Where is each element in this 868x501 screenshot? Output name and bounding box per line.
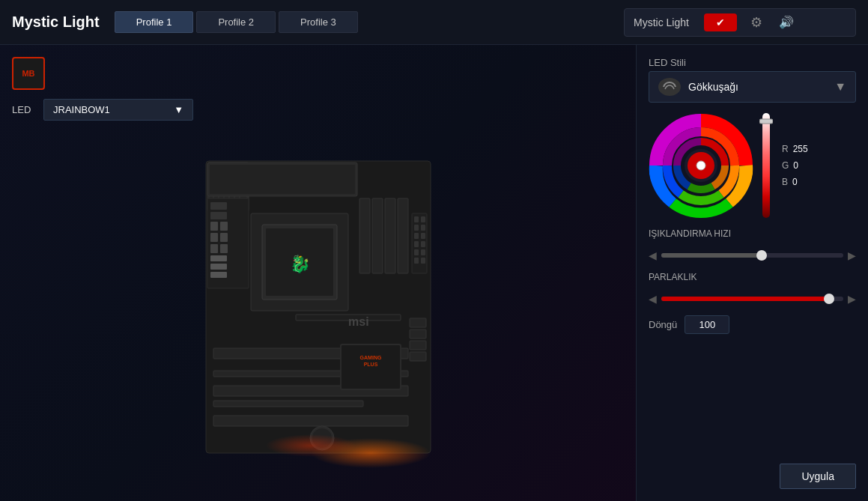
- svg-rect-51: [414, 225, 419, 231]
- color-wheel-row: R 255 G 0 B 0: [649, 113, 856, 218]
- svg-rect-6: [372, 198, 383, 273]
- app-title: Mystic Light: [12, 13, 100, 31]
- svg-rect-57: [414, 249, 419, 255]
- svg-rect-42: [210, 264, 227, 270]
- svg-rect-58: [421, 249, 425, 255]
- brightness-track[interactable]: [661, 297, 843, 301]
- svg-rect-8: [398, 198, 408, 273]
- svg-rect-33: [210, 202, 227, 210]
- led-row: LED JRAINBOW1 ▼: [12, 99, 624, 121]
- svg-rect-37: [210, 233, 218, 242]
- tab-profile-2[interactable]: Profile 2: [196, 11, 276, 33]
- svg-rect-23: [213, 416, 408, 426]
- left-panel: MB LED JRAINBOW1 ▼: [0, 45, 636, 501]
- lighting-speed-track[interactable]: [661, 253, 843, 258]
- svg-rect-18: [210, 165, 355, 194]
- dongu-input[interactable]: [685, 315, 729, 334]
- lighting-speed-fill: [661, 253, 762, 258]
- settings-icon[interactable]: ⚙: [746, 12, 767, 33]
- led-dropdown-value: JRAINBOW1: [53, 104, 110, 115]
- brightness-label: PARLAKLIK: [649, 272, 856, 282]
- svg-rect-59: [414, 258, 419, 264]
- led-dropdown-arrow-icon: ▼: [174, 104, 183, 115]
- main-content: MB LED JRAINBOW1 ▼: [0, 45, 868, 501]
- dongu-row: Döngü: [649, 315, 856, 334]
- header: Mystic Light Profile 1 Profile 2 Profile…: [0, 0, 868, 45]
- mb-device-icon[interactable]: MB: [12, 57, 45, 90]
- lighting-speed-right-arrow-icon[interactable]: ▶: [848, 249, 856, 261]
- svg-rect-47: [410, 352, 426, 361]
- svg-rect-43: [210, 272, 227, 278]
- brightness-section: PARLAKLIK ◀ ▶: [649, 272, 856, 305]
- svg-rect-65: [762, 113, 770, 218]
- color-strip[interactable]: [759, 113, 773, 218]
- profile-tabs: Profile 1 Profile 2 Profile 3: [115, 11, 358, 33]
- header-right: Mystic Light ✔ ⚙ 🔊: [624, 8, 856, 37]
- b-row: B 0: [782, 177, 816, 187]
- r-label: R: [782, 144, 789, 154]
- lighting-speed-slider-row: ◀ ▶: [649, 249, 856, 261]
- style-dropdown[interactable]: Gökkuşağı ▼: [649, 71, 856, 103]
- svg-text:GAMING: GAMING: [359, 355, 381, 360]
- rgb-values: R 255 G 0 B 0: [782, 144, 816, 187]
- led-stili-section: LED Stili Gökkuşağı ▼: [649, 57, 856, 103]
- r-value: 255: [793, 144, 816, 154]
- svg-rect-66: [759, 119, 773, 124]
- led-dropdown[interactable]: JRAINBOW1 ▼: [43, 99, 193, 121]
- apply-button[interactable]: Uygula: [780, 464, 856, 489]
- svg-rect-7: [385, 198, 395, 273]
- toggle-check-icon: ✔: [716, 16, 725, 28]
- svg-rect-49: [414, 216, 419, 222]
- brightness-fill: [661, 297, 829, 301]
- lighting-speed-section: IŞIKLANDIRMA HIZI ◀ ▶: [649, 228, 856, 261]
- svg-rect-38: [220, 233, 228, 242]
- svg-text:msi: msi: [348, 315, 369, 328]
- svg-rect-54: [421, 233, 425, 239]
- speaker-icon[interactable]: 🔊: [776, 12, 797, 33]
- b-label: B: [782, 177, 788, 187]
- svg-rect-53: [414, 233, 419, 239]
- svg-rect-40: [220, 244, 228, 253]
- motherboard-image-area: 🐉: [12, 133, 624, 489]
- svg-rect-25: [341, 344, 401, 389]
- g-label: G: [782, 160, 789, 171]
- lighting-speed-label: IŞIKLANDIRMA HIZI: [649, 228, 856, 239]
- svg-rect-22: [213, 401, 363, 407]
- svg-rect-36: [220, 222, 228, 231]
- g-value: 0: [793, 160, 816, 171]
- brightness-slider-row: ◀ ▶: [649, 293, 856, 305]
- style-dropdown-text: Gökkuşağı: [688, 81, 827, 93]
- svg-rect-46: [410, 341, 426, 350]
- color-wheel[interactable]: [649, 113, 753, 218]
- svg-rect-50: [421, 216, 425, 222]
- svg-point-64: [696, 161, 705, 170]
- svg-rect-5: [359, 198, 370, 273]
- svg-rect-56: [421, 241, 425, 247]
- apply-row: Uygula: [649, 464, 856, 489]
- svg-point-31: [266, 434, 356, 457]
- brightness-left-arrow-icon[interactable]: ◀: [649, 293, 657, 305]
- brightness-thumb[interactable]: [824, 294, 834, 304]
- svg-rect-41: [210, 255, 227, 261]
- led-stili-label: LED Stili: [649, 57, 856, 68]
- tab-profile-1[interactable]: Profile 1: [115, 11, 194, 33]
- lighting-speed-thumb[interactable]: [756, 250, 767, 261]
- lighting-speed-left-arrow-icon[interactable]: ◀: [649, 249, 657, 261]
- style-dropdown-icon: [658, 78, 681, 96]
- svg-rect-55: [414, 241, 419, 247]
- style-dropdown-arrow-icon: ▼: [834, 80, 846, 94]
- motherboard-svg: 🐉: [191, 154, 446, 468]
- svg-text:🐉: 🐉: [289, 254, 310, 274]
- mystic-light-header-label: Mystic Light: [634, 16, 689, 28]
- r-row: R 255: [782, 144, 816, 154]
- b-value: 0: [792, 177, 815, 187]
- led-label: LED: [12, 104, 34, 115]
- mystic-light-toggle[interactable]: ✔: [704, 13, 737, 31]
- svg-rect-60: [421, 258, 425, 264]
- svg-text:PLUS: PLUS: [363, 362, 377, 367]
- g-row: G 0: [782, 160, 816, 171]
- brightness-right-arrow-icon[interactable]: ▶: [848, 293, 856, 305]
- dongu-label: Döngü: [649, 319, 677, 330]
- tab-profile-3[interactable]: Profile 3: [279, 11, 358, 33]
- svg-rect-34: [210, 212, 227, 219]
